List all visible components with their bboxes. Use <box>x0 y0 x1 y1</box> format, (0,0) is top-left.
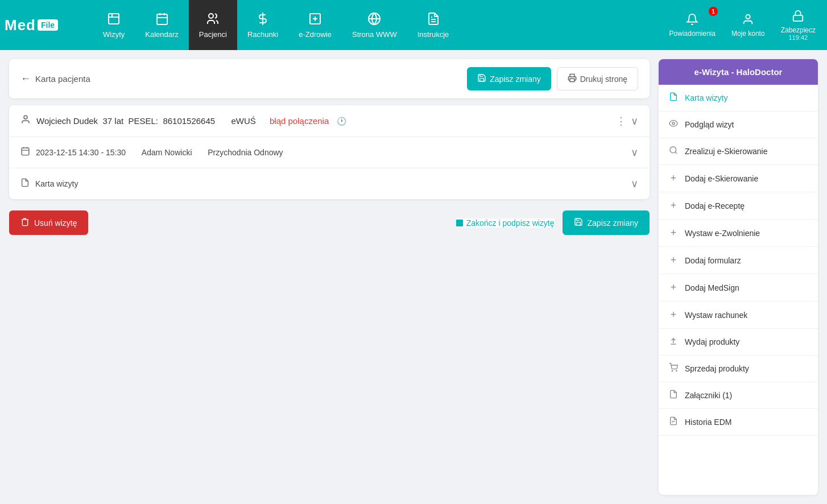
date-row-chevron[interactable]: ∨ <box>631 146 638 159</box>
save-changes-label-top: Zapisz zmiany <box>490 75 540 84</box>
save-changes-label-bottom: Zapisz zmiany <box>588 218 638 228</box>
rachunki-icon <box>256 12 270 28</box>
save-icon-bottom <box>574 217 583 228</box>
sidebar-karta-wizyty-icon <box>668 92 679 104</box>
sidebar-wystaw-rachunek-icon: + <box>668 309 679 321</box>
three-dot-menu[interactable]: ⋮ <box>616 115 626 127</box>
svg-line-26 <box>675 152 677 154</box>
nav-zabezpiecz[interactable]: Zabezpiecz 119:42 <box>774 0 822 50</box>
svg-point-19 <box>24 115 27 119</box>
sidebar-item-wystaw-rachunek[interactable]: + Wystaw rachunek <box>659 301 818 329</box>
sidebar-dodaj-erecpete-icon: + <box>668 200 679 212</box>
logo-file-text: File <box>38 19 58 31</box>
visit-doctor: Adam Nowicki <box>142 148 192 157</box>
wizyty-icon <box>107 12 121 28</box>
sidebar-dodaj-formularz-icon: + <box>668 254 679 266</box>
visit-date-details: 2023-12-15 14:30 - 15:30 Adam Nowicki Pr… <box>20 146 631 159</box>
nav-item-ezdrowie[interactable]: e-Zdrowie <box>288 0 342 50</box>
breadcrumb-bar: ← Karta pacjenta Zapisz zmiany Drukuj st… <box>9 59 650 98</box>
sidebar-dodaj-medsign-icon: + <box>668 282 679 294</box>
nav-item-instrukcje[interactable]: Instrukcje <box>407 0 460 50</box>
sidebar-sprzedaj-icon <box>668 363 679 374</box>
sidebar-item-wydaj-produkty[interactable]: Wydaj produkty <box>659 329 818 356</box>
sidebar-item-dodaj-eskierowanie[interactable]: + Dodaj e-Skierowanie <box>659 165 818 192</box>
nav-item-wizyty[interactable]: Wizyty <box>93 0 135 50</box>
nav-item-kalendarz[interactable]: Kalendarz <box>135 0 189 50</box>
nav-moje-konto[interactable]: Moje konto <box>725 0 772 50</box>
patient-person-icon <box>20 114 31 127</box>
sidebar-historia-icon <box>668 416 679 428</box>
sidebar-item-sprzedaj-produkty[interactable]: Sprzedaj produkty <box>659 356 818 382</box>
sidebar-historia-label: Historia EDM <box>685 418 731 427</box>
pacjenci-icon <box>206 12 220 28</box>
finish-visit-button[interactable]: Zakończ i podpisz wizytę <box>456 218 555 228</box>
nav-item-pacjenci[interactable]: Pacjenci <box>189 0 237 50</box>
print-label: Drukuj stronę <box>580 75 627 84</box>
patient-name: Wojciech Dudek 37 lat PESEL: 86101526645 <box>36 116 215 126</box>
action-bar: Usuń wizytę Zakończ i podpisz wizytę Zap… <box>9 206 650 239</box>
sidebar-wystaw-rachunek-label: Wystaw rachunek <box>685 311 747 320</box>
nav-item-rachunki[interactable]: Rachunki <box>237 0 288 50</box>
sidebar-item-historia-edm[interactable]: Historia EDM <box>659 409 818 436</box>
svg-point-7 <box>209 14 213 18</box>
zabezpiecz-time: 119:42 <box>788 34 808 41</box>
sidebar-item-zalaczniki[interactable]: Załączniki (1) <box>659 382 818 409</box>
patient-info-row: Wojciech Dudek 37 lat PESEL: 86101526645… <box>9 105 650 137</box>
wizyty-label: Wizyty <box>103 30 125 39</box>
svg-point-24 <box>672 122 675 125</box>
visit-card-details: Karta wizyty <box>20 178 631 190</box>
save-changes-button-top[interactable]: Zapisz zmiany <box>467 67 551 90</box>
visit-card-chevron[interactable]: ∨ <box>631 177 638 190</box>
sidebar-sprzedaj-label: Sprzedaj produkty <box>685 364 749 373</box>
nav-powiadomienia[interactable]: 1 Powiadomienia <box>663 0 722 50</box>
sidebar-wystaw-ezwolnienie-label: Wystaw e-Zwolnienie <box>685 229 760 238</box>
visit-date-row: 2023-12-15 14:30 - 15:30 Adam Nowicki Pr… <box>9 137 650 168</box>
breadcrumb[interactable]: ← Karta pacjenta <box>20 73 90 85</box>
finish-visit-label: Zakończ i podpisz wizytę <box>466 218 555 228</box>
logo-med-text: Med <box>5 16 36 34</box>
sidebar-item-dodaj-formularz[interactable]: + Dodaj formularz <box>659 247 818 274</box>
sidebar-item-podglad-wizyt[interactable]: Podgląd wizyt <box>659 111 818 138</box>
visit-card-doc-icon <box>20 178 30 190</box>
action-right-buttons: Zakończ i podpisz wizytę Zapisz zmiany <box>456 210 650 235</box>
save-icon-top <box>477 73 486 84</box>
sidebar-zalaczniki-icon <box>668 390 679 401</box>
svg-rect-3 <box>157 14 167 24</box>
sidebar-item-wystaw-ezwolnienie[interactable]: + Wystaw e-Zwolnienie <box>659 220 818 247</box>
sidebar-podglad-label: Podgląd wizyt <box>685 120 734 129</box>
ewus-error: błąd połączenia <box>270 116 329 126</box>
rachunki-label: Rachunki <box>247 30 278 39</box>
save-changes-button-bottom[interactable]: Zapisz zmiany <box>563 210 650 235</box>
calendar-icon <box>20 146 30 159</box>
sidebar-item-dodaj-medsign[interactable]: + Dodaj MedSign <box>659 274 818 301</box>
svg-point-16 <box>746 14 750 18</box>
delete-visit-button[interactable]: Usuń wizytę <box>9 210 88 235</box>
visit-card-row: Karta wizyty ∨ <box>9 168 650 199</box>
sidebar-zrealizuj-label: Zrealizuj e-Skierowanie <box>685 147 768 156</box>
sidebar-dodaj-eskierowanie-icon: + <box>668 172 679 184</box>
sidebar-header: e-Wizyta - HaloDoctor <box>659 59 818 85</box>
ezdrowie-label: e-Zdrowie <box>299 30 332 39</box>
print-button[interactable]: Drukuj stronę <box>557 67 638 90</box>
svg-rect-17 <box>793 15 803 21</box>
sidebar-item-dodaj-erecpete[interactable]: + Dodaj e-Receptę <box>659 192 818 220</box>
lock-icon <box>792 10 804 24</box>
powiadomienia-label: Powiadomienia <box>669 30 716 38</box>
nav-item-strona-www[interactable]: Strona WWW <box>342 0 407 50</box>
sidebar-wydaj-produkty-icon <box>668 336 679 348</box>
sidebar-dodaj-eskierowanie-label: Dodaj e-Skierowanie <box>685 174 758 183</box>
visit-date: 2023-12-15 14:30 - 15:30 <box>36 148 126 157</box>
sidebar-item-zrealizuj-eskierowanie[interactable]: Zrealizuj e-Skierowanie <box>659 138 818 165</box>
sidebar-wystaw-ezwolnienie-icon: + <box>668 227 679 239</box>
sidebar-item-karta-wizyty[interactable]: Karta wizyty <box>659 85 818 111</box>
svg-point-29 <box>672 370 672 371</box>
sidebar-dodaj-medsign-label: Dodaj MedSign <box>685 283 739 292</box>
logo[interactable]: Med File <box>5 16 87 34</box>
sidebar-podglad-icon <box>668 119 679 130</box>
sidebar-zrealizuj-icon <box>668 146 679 157</box>
instrukcje-label: Instrukcje <box>417 30 449 39</box>
zabezpiecz-label: Zabezpiecz <box>781 26 816 34</box>
delete-visit-label: Usuń wizytę <box>34 218 77 228</box>
patient-row-chevron[interactable]: ∨ <box>631 115 638 127</box>
date-row-actions: ∨ <box>631 146 638 159</box>
